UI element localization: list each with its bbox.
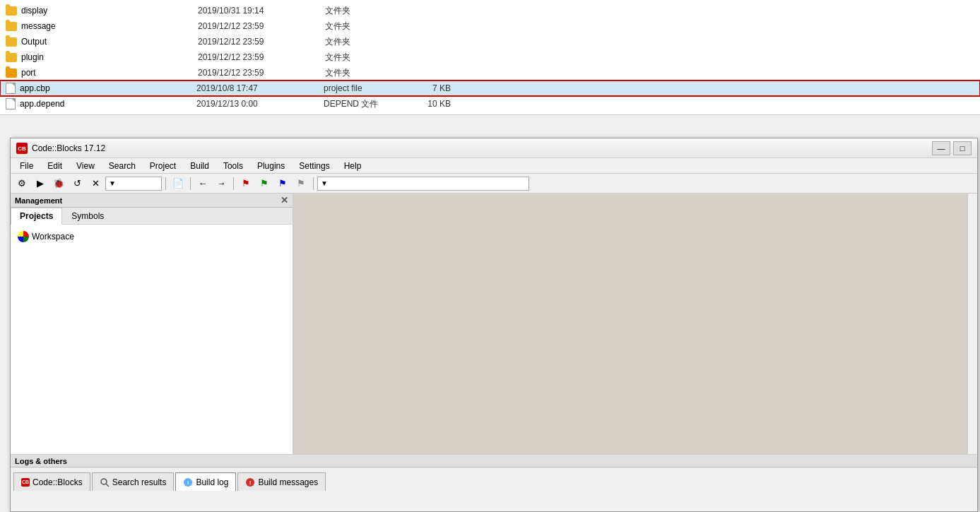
doc-icon-app-cbp (6, 83, 16, 94)
logs-tabs: CB Code::Blocks Search results i Build l… (11, 468, 977, 493)
file-name-display: display (21, 6, 198, 16)
svg-point-0 (101, 479, 107, 484)
management-panel: Management ✕ Projects Symbols Workspace (11, 194, 293, 454)
build-messages-icon: ! (245, 477, 255, 487)
file-row-output[interactable]: Output 2019/12/12 23:59 文件夹 (0, 34, 980, 49)
toolbar-flag-btn4[interactable]: ⚑ (293, 176, 309, 191)
panel-header: Management ✕ (11, 194, 293, 208)
file-type-app-depend: DEPEND 文件 (324, 98, 408, 110)
scrollbar[interactable] (967, 194, 977, 454)
toolbar-run-btn[interactable]: ▶ (32, 176, 49, 191)
title-bar: CB Code::Blocks 17.12 — □ (11, 138, 977, 158)
menu-tools[interactable]: Tools (217, 159, 249, 173)
toolbar-refresh-btn[interactable]: ↺ (69, 176, 85, 191)
file-date-display: 2019/10/31 19:14 (198, 6, 325, 16)
window-controls: — □ (932, 141, 972, 155)
menu-view[interactable]: View (70, 159, 101, 173)
folder-icon-display (6, 6, 17, 16)
folder-icon-output (6, 37, 17, 47)
toolbar-target-dropdown[interactable]: ▼ (105, 177, 162, 191)
panel-close-button[interactable]: ✕ (281, 195, 288, 206)
search-results-icon (100, 477, 110, 487)
maximize-button[interactable]: □ (953, 141, 972, 155)
file-row-app-cbp[interactable]: app.cbp 2019/10/8 17:47 project file 7 K… (0, 81, 980, 96)
codeblocks-logo-icon: CB (16, 143, 28, 154)
svg-text:i: i (187, 480, 189, 486)
toolbar-flag-red[interactable]: ⚑ (237, 176, 254, 191)
folder-icon-plugin (6, 53, 17, 62)
menu-search[interactable]: Search (102, 159, 142, 173)
file-size-app-depend: 10 KB (408, 99, 451, 109)
workspace-label: Workspace (32, 232, 74, 242)
file-name-output: Output (21, 37, 198, 47)
log-tab-codeblocks-label: Code::Blocks (33, 477, 83, 487)
log-tab-build-label: Build log (196, 477, 228, 487)
file-name-app-depend: app.depend (20, 99, 196, 109)
file-date-port: 2019/12/12 23:59 (198, 68, 325, 78)
file-size-app-cbp: 7 KB (408, 83, 451, 93)
codeblocks-tab-icon: CB (21, 478, 30, 487)
toolbar-gear-btn[interactable]: ⚙ (13, 176, 30, 191)
log-tab-build-messages[interactable]: ! Build messages (237, 472, 326, 491)
toolbar-search-dropdown[interactable]: ▼ (317, 177, 529, 191)
menu-build[interactable]: Build (184, 159, 216, 173)
file-row-plugin[interactable]: plugin 2019/12/12 23:59 文件夹 (0, 49, 980, 65)
workspace-item[interactable]: Workspace (15, 229, 288, 244)
folder-icon-message (6, 22, 17, 31)
file-row-message[interactable]: message 2019/12/12 23:59 文件夹 (0, 18, 980, 34)
file-row-display[interactable]: display 2019/10/31 19:14 文件夹 (0, 3, 980, 18)
menu-file[interactable]: File (13, 159, 40, 173)
file-date-plugin: 2019/12/12 23:59 (198, 52, 325, 62)
doc-icon-app-depend (6, 98, 16, 109)
file-name-port: port (21, 68, 198, 78)
workspace-icon (18, 231, 29, 242)
svg-line-1 (106, 484, 109, 487)
minimize-button[interactable]: — (932, 141, 950, 155)
file-name-app-cbp: app.cbp (20, 83, 196, 93)
file-date-app-cbp: 2019/10/8 17:47 (196, 83, 324, 93)
file-type-message: 文件夹 (325, 20, 410, 32)
log-tab-codeblocks[interactable]: CB Code::Blocks (13, 472, 90, 491)
toolbar-back-btn[interactable]: ← (194, 176, 211, 191)
toolbar-sep-3 (233, 177, 234, 190)
toolbar-debug-btn[interactable]: 🐞 (50, 176, 67, 191)
panel-tabs: Projects Symbols (11, 208, 293, 225)
toolbar-forward-btn[interactable]: → (213, 176, 230, 191)
menu-settings[interactable]: Settings (293, 159, 336, 173)
toolbar-open-btn[interactable]: 📄 (170, 176, 187, 191)
file-date-message: 2019/12/12 23:59 (198, 21, 325, 31)
log-tab-build-log[interactable]: i Build log (175, 472, 236, 491)
file-row-app-depend[interactable]: app.depend 2019/12/13 0:00 DEPEND 文件 10 … (0, 96, 980, 112)
toolbar-sep-4 (313, 177, 314, 190)
menu-help[interactable]: Help (338, 159, 368, 173)
svg-text:!: ! (249, 480, 252, 486)
panel-content: Workspace (11, 225, 293, 454)
file-date-output: 2019/12/12 23:59 (198, 37, 325, 47)
main-content-area: Management ✕ Projects Symbols Workspace (11, 194, 977, 454)
main-toolbar: ⚙ ▶ 🐞 ↺ ✕ ▼ 📄 ← → ⚑ ⚑ ⚑ ⚑ ▼ (11, 174, 977, 194)
file-name-plugin: plugin (21, 52, 198, 62)
file-type-app-cbp: project file (324, 83, 408, 93)
window-title: Code::Blocks 17.12 (32, 143, 932, 153)
file-type-plugin: 文件夹 (325, 52, 410, 64)
build-log-icon: i (183, 477, 193, 487)
folder-icon-port (6, 69, 17, 78)
toolbar-flag-blue[interactable]: ⚑ (274, 176, 291, 191)
toolbar-sep-1 (165, 177, 166, 190)
log-tab-search-results[interactable]: Search results (92, 472, 175, 491)
menu-edit[interactable]: Edit (41, 159, 69, 173)
log-tab-messages-label: Build messages (258, 477, 318, 487)
menu-project[interactable]: Project (143, 159, 182, 173)
logs-area: Logs & others CB Code::Blocks Search res… (11, 454, 977, 492)
menu-bar: File Edit View Search Project Build Tool… (11, 158, 977, 174)
file-row-port[interactable]: port 2019/12/12 23:59 文件夹 (0, 65, 980, 81)
editor-area (293, 194, 967, 454)
toolbar-flag-green[interactable]: ⚑ (256, 176, 273, 191)
file-explorer: display 2019/10/31 19:14 文件夹 message 201… (0, 0, 980, 115)
toolbar-sep-2 (190, 177, 191, 190)
file-date-app-depend: 2019/12/13 0:00 (196, 99, 324, 109)
tab-projects[interactable]: Projects (11, 208, 62, 225)
toolbar-stop-btn[interactable]: ✕ (87, 176, 104, 191)
tab-symbols[interactable]: Symbols (62, 208, 113, 224)
menu-plugins[interactable]: Plugins (251, 159, 291, 173)
